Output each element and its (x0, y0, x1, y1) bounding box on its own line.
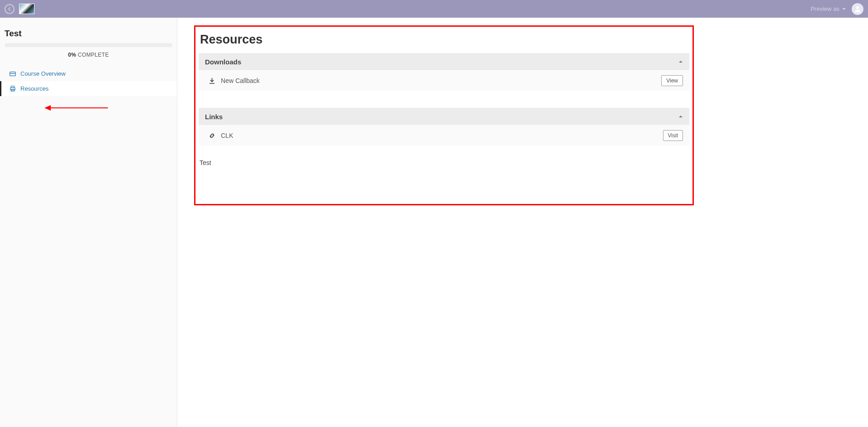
course-logo[interactable] (19, 4, 34, 14)
preview-as-dropdown[interactable]: Preview as (810, 5, 846, 12)
chevron-left-icon (7, 7, 12, 11)
section-header-links[interactable]: Links (199, 108, 689, 125)
course-title: Test (0, 18, 177, 43)
resources-panel: Resources Downloads New Callback View Li… (194, 25, 694, 205)
progress-word: COMPLETE (76, 52, 109, 58)
person-icon (853, 5, 862, 13)
download-label: New Callback (221, 77, 260, 84)
caret-up-icon (678, 58, 683, 66)
sidebar: Test 0% COMPLETE Course Overview Resourc… (0, 18, 177, 427)
sidebar-item-label: Resources (20, 85, 49, 92)
user-avatar[interactable] (852, 3, 863, 15)
sidebar-item-resources[interactable]: Resources (0, 81, 177, 96)
sidebar-item-course-overview[interactable]: Course Overview (0, 66, 177, 81)
svg-point-0 (856, 6, 859, 9)
preview-as-label: Preview as (810, 5, 839, 12)
caret-up-icon (678, 112, 683, 121)
main-area: Resources Downloads New Callback View Li… (177, 18, 868, 427)
progress-wrap: 0% COMPLETE (0, 43, 177, 66)
link-row: CLK Visit (199, 125, 689, 146)
section-title: Links (205, 113, 223, 121)
link-label: CLK (221, 132, 233, 139)
download-icon (209, 78, 215, 84)
visit-button[interactable]: Visit (663, 130, 683, 141)
section-header-downloads[interactable]: Downloads (199, 53, 689, 70)
sidebar-item-label: Course Overview (20, 70, 66, 77)
caret-down-icon (842, 7, 846, 11)
back-button[interactable] (5, 4, 15, 14)
annotation-arrow (44, 105, 108, 111)
printer-icon (10, 86, 16, 92)
section-title: Downloads (205, 58, 241, 66)
top-bar: Preview as (0, 0, 868, 18)
link-icon (209, 132, 215, 139)
progress-percent: 0% (68, 52, 76, 58)
progress-text: 0% COMPLETE (5, 47, 172, 66)
progress-bar (5, 43, 172, 47)
footer-text: Test (199, 146, 689, 166)
page-title: Resources (199, 31, 689, 53)
download-row: New Callback View (199, 70, 689, 91)
svg-rect-1 (10, 72, 15, 76)
view-button[interactable]: View (661, 75, 683, 86)
card-icon (10, 71, 16, 77)
